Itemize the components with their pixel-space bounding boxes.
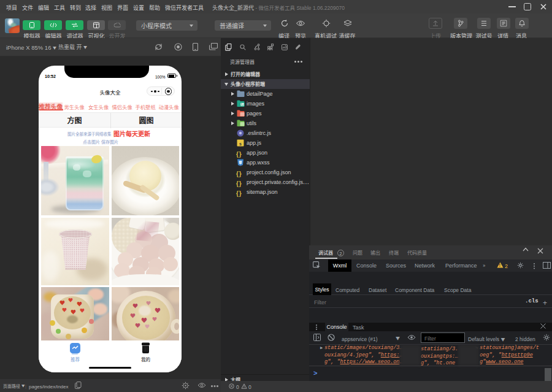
svg-text:s: s xyxy=(239,142,242,146)
svg-text:!: ! xyxy=(499,263,500,267)
